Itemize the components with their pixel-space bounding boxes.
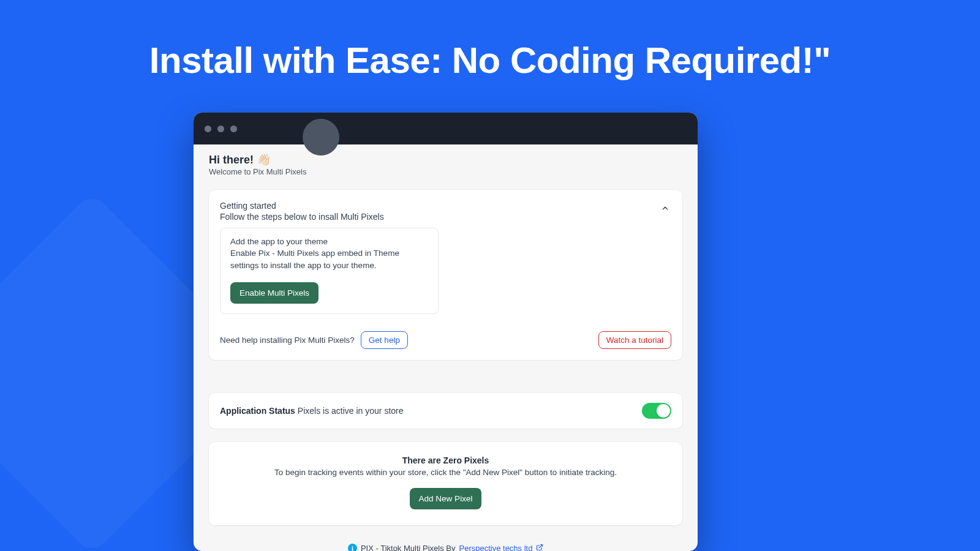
add-new-pixel-button[interactable]: Add New Pixel: [410, 488, 482, 509]
app-window: Hi there! 👋🏻 Welcome to Pix Multi Pixels…: [194, 113, 698, 551]
zero-pixels-card: There are Zero Pixels To begin tracking …: [209, 442, 682, 525]
step-description: Enable Pix - Multi Pixels app embed in T…: [230, 247, 428, 271]
help-prompt: Need help installing Pix Multi Pixels?: [220, 335, 355, 345]
page-headline: Install with Ease: No Coding Required!": [0, 39, 980, 81]
window-control-dot: [205, 126, 211, 132]
svg-line-0: [539, 545, 543, 549]
window-control-dot: [217, 126, 224, 132]
greeting-row: Hi there! 👋🏻: [209, 153, 682, 167]
info-icon: i: [348, 544, 357, 551]
app-content: Hi there! 👋🏻 Welcome to Pix Multi Pixels…: [194, 144, 698, 551]
getting-started-title: Getting started: [220, 201, 671, 211]
setup-step-card: Add the app to your theme Enable Pix - M…: [220, 228, 439, 314]
zero-pixels-description: To begin tracking events within your sto…: [220, 468, 671, 477]
wave-icon: 👋🏻: [257, 153, 271, 167]
chevron-up-icon: [661, 204, 669, 215]
status-toggle[interactable]: [642, 403, 671, 419]
status-message: Pixels is active in your store: [298, 406, 404, 416]
greeting-text: Hi there!: [209, 154, 254, 167]
collapse-toggle[interactable]: [659, 203, 671, 216]
footer-link[interactable]: Perspective techs ltd: [459, 544, 544, 551]
status-label: Application Status: [220, 406, 295, 416]
external-link-icon: [536, 544, 543, 551]
application-status-card: Application Status Pixels is active in y…: [209, 393, 682, 429]
get-help-button[interactable]: Get help: [361, 331, 408, 349]
help-left: Need help installing Pix Multi Pixels? G…: [220, 331, 408, 349]
window-control-dot: [230, 126, 237, 132]
footer-link-label: Perspective techs ltd: [459, 544, 533, 551]
enable-multi-pixels-button[interactable]: Enable Multi Pixels: [230, 282, 318, 304]
toggle-knob: [657, 404, 670, 418]
step-title: Add the app to your theme: [230, 237, 428, 246]
zero-pixels-title: There are Zero Pixels: [220, 455, 671, 465]
greeting-subtitle: Welcome to Pix Multi Pixels: [209, 167, 682, 176]
window-titlebar: [194, 113, 698, 144]
watch-tutorial-button[interactable]: Watch a tutorial: [598, 331, 671, 349]
status-text-wrap: Application Status Pixels is active in y…: [220, 406, 404, 416]
footer-text: PIX - Tiktok Multi Pixels By: [361, 544, 456, 551]
footer: i PIX - Tiktok Multi Pixels By Perspecti…: [209, 544, 682, 551]
titlebar-decoration: [303, 119, 339, 156]
getting-started-card: Getting started Follow the steps below t…: [209, 190, 682, 360]
getting-started-subtitle: Follow the steps below to insall Multi P…: [220, 212, 671, 222]
help-row: Need help installing Pix Multi Pixels? G…: [220, 331, 671, 349]
